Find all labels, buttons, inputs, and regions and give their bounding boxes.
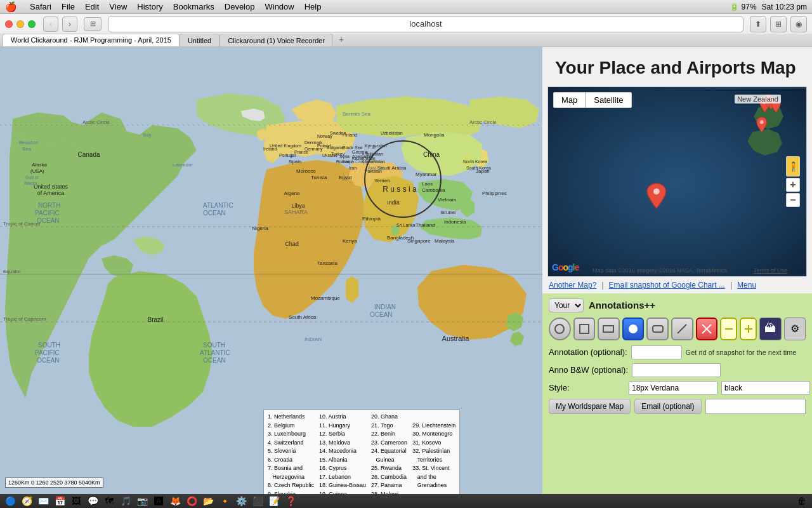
menu-help[interactable]: Help bbox=[304, 2, 322, 11]
menu-edit[interactable]: Edit bbox=[85, 2, 99, 11]
menu-file[interactable]: File bbox=[62, 2, 75, 11]
menu-window[interactable]: Window bbox=[265, 2, 294, 11]
satellite-tab[interactable]: Satellite bbox=[586, 92, 631, 108]
svg-text:Singapore: Singapore bbox=[407, 238, 431, 244]
maximize-button[interactable] bbox=[28, 20, 36, 28]
svg-text:Mozambique: Mozambique bbox=[311, 295, 340, 301]
line-tool[interactable] bbox=[671, 318, 693, 340]
tab-label-1: World Clickaround - RJM Programming - Ap… bbox=[11, 36, 171, 44]
new-tab-plus[interactable]: + bbox=[336, 34, 347, 45]
plus-tool[interactable] bbox=[740, 318, 757, 340]
maps-icon[interactable]: 🗺 bbox=[102, 494, 117, 508]
menu-history[interactable]: History bbox=[137, 2, 162, 11]
svg-text:Indonesia: Indonesia bbox=[444, 219, 466, 225]
svg-text:Beaufort: Beaufort bbox=[19, 140, 39, 145]
another-map-link[interactable]: Another Map? bbox=[549, 281, 596, 290]
cross-tool[interactable] bbox=[696, 318, 718, 340]
worldspare-button[interactable]: My Worldspare Map bbox=[549, 399, 631, 414]
menu-view[interactable]: View bbox=[109, 2, 127, 11]
sidebar-toggle[interactable]: ⊞ bbox=[84, 17, 102, 31]
menu-bookmarks[interactable]: Bookmarks bbox=[173, 2, 214, 11]
zoom-in-button[interactable]: + bbox=[786, 178, 800, 192]
map-attribution: Map data ©2016 Imagery ©2016 NASA, Terra… bbox=[593, 267, 727, 274]
tab-label-2: Untitled bbox=[188, 37, 211, 44]
settings-icon[interactable]: ⚙️ bbox=[233, 494, 249, 508]
world-map-panel[interactable]: SAHARA NORTH PACIFIC OCEAN SOUTH PACIFIC… bbox=[0, 47, 542, 508]
rounded-rect-tool[interactable] bbox=[646, 318, 669, 340]
svg-text:India: India bbox=[387, 199, 400, 206]
svg-text:Iraq: Iraq bbox=[343, 159, 350, 164]
pegman-button[interactable]: 🧍 bbox=[786, 156, 800, 177]
svg-text:Morocco: Morocco bbox=[296, 168, 316, 174]
trash-icon[interactable]: 🗑 bbox=[794, 494, 809, 508]
map-controls: Map Satellite bbox=[553, 92, 632, 108]
annotations-select[interactable]: Your bbox=[549, 298, 584, 312]
svg-text:(USA): (USA) bbox=[30, 168, 44, 174]
svg-text:Bay: Bay bbox=[143, 132, 152, 138]
settings-tool[interactable]: ⚙ bbox=[784, 318, 806, 340]
svg-text:Brunei: Brunei bbox=[441, 210, 455, 215]
annotation-input[interactable] bbox=[631, 345, 682, 359]
filled-circle-tool[interactable] bbox=[622, 318, 645, 340]
anno-bw-input[interactable] bbox=[632, 363, 721, 377]
map-terms[interactable]: Terms of Use bbox=[754, 267, 787, 274]
textedit-icon[interactable]: 📝 bbox=[266, 494, 282, 508]
filezilla-icon[interactable]: 📂 bbox=[200, 494, 216, 508]
nz-label: New Zealand bbox=[735, 95, 781, 104]
svg-text:Brazil: Brazil bbox=[147, 316, 163, 323]
style-input[interactable] bbox=[629, 381, 717, 395]
tab-untitled[interactable]: Untitled bbox=[180, 34, 219, 46]
question-icon[interactable]: ❓ bbox=[283, 494, 298, 508]
minimize-button[interactable] bbox=[16, 20, 24, 28]
chrome-icon[interactable]: ⭕ bbox=[184, 494, 199, 508]
menu-develop[interactable]: Develop bbox=[225, 2, 255, 11]
music-icon[interactable]: 🎵 bbox=[118, 494, 133, 508]
svg-text:Yemen: Yemen bbox=[374, 178, 390, 184]
menu-safari[interactable]: Safari bbox=[30, 2, 51, 11]
new-tab-button[interactable]: ⊞ bbox=[770, 16, 787, 32]
tab-voicerecorder[interactable]: Clickaround (1) Voice Recorder bbox=[219, 34, 333, 46]
facetime-icon[interactable]: 📷 bbox=[134, 494, 150, 508]
photos-icon[interactable]: 🖼 bbox=[69, 494, 84, 508]
menu-link[interactable]: Menu bbox=[737, 281, 756, 290]
vlc-icon[interactable]: 🔸 bbox=[217, 494, 232, 508]
reader-button[interactable]: ◉ bbox=[790, 16, 807, 32]
messages-icon[interactable]: 💬 bbox=[85, 494, 100, 508]
anno-bw-label: Anno B&W (optional): bbox=[549, 365, 628, 375]
rectangle-tool[interactable] bbox=[598, 318, 620, 340]
calendar-icon[interactable]: 📅 bbox=[52, 494, 67, 508]
zoom-out-button[interactable]: − bbox=[786, 193, 800, 207]
back-button[interactable]: ‹ bbox=[43, 17, 58, 32]
svg-text:Gulf of: Gulf of bbox=[25, 175, 39, 180]
apple-menu[interactable]: 🍎 bbox=[5, 1, 17, 13]
url-bar[interactable]: localhost bbox=[108, 16, 743, 32]
tab-worldclickaround[interactable]: World Clickaround - RJM Programming - Ap… bbox=[3, 34, 180, 46]
tab-label-3: Clickaround (1) Voice Recorder bbox=[228, 37, 325, 44]
circle-tool[interactable] bbox=[549, 318, 571, 340]
safari-icon[interactable]: 🧭 bbox=[19, 494, 34, 508]
page-title: Your Place and Airports Map bbox=[542, 47, 812, 86]
terminal-icon[interactable]: ⬛ bbox=[250, 494, 265, 508]
minus-tool[interactable] bbox=[720, 318, 737, 340]
svg-text:Alaska: Alaska bbox=[24, 181, 37, 185]
svg-text:Sea: Sea bbox=[22, 146, 32, 152]
image-tool[interactable]: 🏔 bbox=[759, 318, 782, 340]
browser-chrome: ‹ › ⊞ localhost ⬆ ⊞ ◉ World Clickaround … bbox=[0, 14, 812, 47]
email-button[interactable]: Email (optional) bbox=[634, 399, 701, 414]
firefox-icon[interactable]: 🦊 bbox=[167, 494, 183, 508]
forward-button[interactable]: › bbox=[62, 17, 77, 32]
finder-icon[interactable]: 🔵 bbox=[3, 494, 18, 508]
mail-icon[interactable]: ✉️ bbox=[36, 494, 51, 508]
email-snapshot-link[interactable]: Email snapshot of Google Chart ... bbox=[609, 281, 725, 290]
google-map[interactable]: Map Satellite New Zealand 🧍 + − Google M… bbox=[547, 86, 807, 277]
square-tool[interactable] bbox=[573, 318, 596, 340]
email-address-input[interactable] bbox=[705, 399, 806, 414]
map-tab[interactable]: Map bbox=[553, 92, 586, 108]
svg-text:Thailand: Thailand bbox=[416, 222, 435, 228]
svg-text:Laos: Laos bbox=[422, 181, 433, 187]
close-button[interactable] bbox=[5, 20, 13, 28]
color-input[interactable] bbox=[721, 381, 810, 395]
share-button[interactable]: ⬆ bbox=[750, 16, 766, 32]
main-content: SAHARA NORTH PACIFIC OCEAN SOUTH PACIFIC… bbox=[0, 47, 812, 508]
appstore-icon[interactable]: 🅰 bbox=[151, 494, 166, 508]
